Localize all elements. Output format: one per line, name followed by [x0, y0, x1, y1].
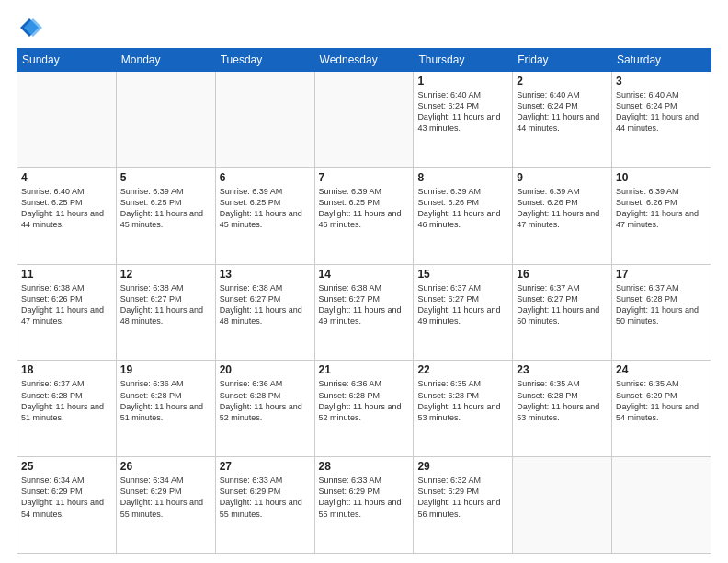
calendar-cell: 3Sunrise: 6:40 AM Sunset: 6:24 PM Daylig…	[612, 72, 711, 168]
day-number: 11	[21, 268, 112, 281]
week-row-4: 18Sunrise: 6:37 AM Sunset: 6:28 PM Dayli…	[17, 361, 711, 457]
day-info: Sunrise: 6:39 AM Sunset: 6:25 PM Dayligh…	[120, 186, 211, 231]
week-row-2: 4Sunrise: 6:40 AM Sunset: 6:25 PM Daylig…	[17, 167, 711, 264]
calendar-cell: 9Sunrise: 6:39 AM Sunset: 6:26 PM Daylig…	[513, 167, 612, 264]
calendar-cell	[116, 72, 215, 168]
calendar-cell	[215, 72, 314, 168]
calendar-cell: 11Sunrise: 6:38 AM Sunset: 6:26 PM Dayli…	[17, 264, 117, 361]
day-number: 23	[517, 363, 608, 376]
day-number: 3	[616, 75, 707, 87]
day-info: Sunrise: 6:40 AM Sunset: 6:24 PM Dayligh…	[417, 89, 508, 134]
calendar-cell: 29Sunrise: 6:32 AM Sunset: 6:29 PM Dayli…	[414, 457, 513, 554]
weekday-header-monday: Monday	[116, 49, 215, 72]
calendar-cell: 17Sunrise: 6:37 AM Sunset: 6:28 PM Dayli…	[612, 264, 711, 361]
calendar-cell	[612, 457, 711, 554]
calendar-cell: 4Sunrise: 6:40 AM Sunset: 6:25 PM Daylig…	[17, 167, 117, 264]
day-info: Sunrise: 6:34 AM Sunset: 6:29 PM Dayligh…	[21, 475, 112, 520]
calendar-cell: 5Sunrise: 6:39 AM Sunset: 6:25 PM Daylig…	[116, 167, 215, 264]
calendar-cell: 7Sunrise: 6:39 AM Sunset: 6:25 PM Daylig…	[314, 167, 414, 264]
weekday-header-saturday: Saturday	[612, 49, 711, 72]
day-info: Sunrise: 6:37 AM Sunset: 6:28 PM Dayligh…	[616, 282, 707, 327]
day-number: 2	[517, 75, 608, 87]
calendar-cell: 16Sunrise: 6:37 AM Sunset: 6:27 PM Dayli…	[513, 264, 612, 361]
calendar-cell	[513, 457, 612, 554]
weekday-header-thursday: Thursday	[414, 49, 513, 72]
day-number: 16	[517, 268, 608, 281]
day-info: Sunrise: 6:40 AM Sunset: 6:24 PM Dayligh…	[616, 89, 707, 134]
day-info: Sunrise: 6:36 AM Sunset: 6:28 PM Dayligh…	[120, 378, 211, 423]
day-info: Sunrise: 6:39 AM Sunset: 6:25 PM Dayligh…	[220, 186, 311, 231]
day-info: Sunrise: 6:39 AM Sunset: 6:25 PM Dayligh…	[319, 186, 410, 231]
calendar-cell: 20Sunrise: 6:36 AM Sunset: 6:28 PM Dayli…	[215, 361, 314, 457]
day-number: 1	[417, 75, 508, 87]
day-number: 9	[517, 171, 608, 184]
calendar-cell: 12Sunrise: 6:38 AM Sunset: 6:27 PM Dayli…	[116, 264, 215, 361]
calendar-table: SundayMondayTuesdayWednesdayThursdayFrid…	[17, 48, 711, 554]
week-row-1: 1Sunrise: 6:40 AM Sunset: 6:24 PM Daylig…	[17, 72, 711, 168]
calendar-cell: 8Sunrise: 6:39 AM Sunset: 6:26 PM Daylig…	[414, 167, 513, 264]
day-info: Sunrise: 6:40 AM Sunset: 6:25 PM Dayligh…	[21, 186, 112, 231]
day-info: Sunrise: 6:39 AM Sunset: 6:26 PM Dayligh…	[517, 186, 608, 231]
page: SundayMondayTuesdayWednesdayThursdayFrid…	[0, 0, 728, 563]
day-number: 8	[417, 171, 508, 184]
day-number: 7	[319, 171, 410, 184]
day-number: 10	[616, 171, 707, 184]
logo	[17, 15, 46, 40]
day-info: Sunrise: 6:35 AM Sunset: 6:29 PM Dayligh…	[616, 378, 707, 423]
calendar-cell: 10Sunrise: 6:39 AM Sunset: 6:26 PM Dayli…	[612, 167, 711, 264]
day-number: 17	[616, 268, 707, 281]
day-info: Sunrise: 6:38 AM Sunset: 6:27 PM Dayligh…	[220, 282, 311, 327]
day-info: Sunrise: 6:36 AM Sunset: 6:28 PM Dayligh…	[319, 378, 410, 423]
weekday-header-wednesday: Wednesday	[314, 49, 414, 72]
calendar-cell: 14Sunrise: 6:38 AM Sunset: 6:27 PM Dayli…	[314, 264, 414, 361]
day-number: 13	[220, 268, 311, 281]
day-number: 22	[417, 363, 508, 376]
day-info: Sunrise: 6:38 AM Sunset: 6:27 PM Dayligh…	[319, 282, 410, 327]
calendar-cell: 15Sunrise: 6:37 AM Sunset: 6:27 PM Dayli…	[414, 264, 513, 361]
day-number: 15	[417, 268, 508, 281]
day-number: 20	[220, 363, 311, 376]
day-number: 28	[319, 460, 410, 473]
day-info: Sunrise: 6:32 AM Sunset: 6:29 PM Dayligh…	[417, 475, 508, 520]
weekday-header-row: SundayMondayTuesdayWednesdayThursdayFrid…	[17, 49, 711, 72]
day-info: Sunrise: 6:37 AM Sunset: 6:27 PM Dayligh…	[417, 282, 508, 327]
day-number: 14	[319, 268, 410, 281]
calendar-cell: 24Sunrise: 6:35 AM Sunset: 6:29 PM Dayli…	[612, 361, 711, 457]
calendar-cell	[314, 72, 414, 168]
day-number: 21	[319, 363, 410, 376]
calendar-cell: 22Sunrise: 6:35 AM Sunset: 6:28 PM Dayli…	[414, 361, 513, 457]
header	[17, 15, 711, 40]
week-row-3: 11Sunrise: 6:38 AM Sunset: 6:26 PM Dayli…	[17, 264, 711, 361]
weekday-header-tuesday: Tuesday	[215, 49, 314, 72]
calendar-cell: 13Sunrise: 6:38 AM Sunset: 6:27 PM Dayli…	[215, 264, 314, 361]
calendar-cell: 23Sunrise: 6:35 AM Sunset: 6:28 PM Dayli…	[513, 361, 612, 457]
calendar-cell: 19Sunrise: 6:36 AM Sunset: 6:28 PM Dayli…	[116, 361, 215, 457]
day-info: Sunrise: 6:38 AM Sunset: 6:26 PM Dayligh…	[21, 282, 112, 327]
day-info: Sunrise: 6:34 AM Sunset: 6:29 PM Dayligh…	[120, 475, 211, 520]
day-info: Sunrise: 6:39 AM Sunset: 6:26 PM Dayligh…	[417, 186, 508, 231]
day-number: 4	[21, 171, 112, 184]
calendar-cell: 27Sunrise: 6:33 AM Sunset: 6:29 PM Dayli…	[215, 457, 314, 554]
weekday-header-friday: Friday	[513, 49, 612, 72]
day-number: 26	[120, 460, 211, 473]
day-number: 19	[120, 363, 211, 376]
calendar-cell: 28Sunrise: 6:33 AM Sunset: 6:29 PM Dayli…	[314, 457, 414, 554]
day-number: 5	[120, 171, 211, 184]
day-number: 6	[220, 171, 311, 184]
day-info: Sunrise: 6:35 AM Sunset: 6:28 PM Dayligh…	[517, 378, 608, 423]
day-info: Sunrise: 6:33 AM Sunset: 6:29 PM Dayligh…	[319, 475, 410, 520]
day-info: Sunrise: 6:37 AM Sunset: 6:28 PM Dayligh…	[21, 378, 112, 423]
day-number: 27	[220, 460, 311, 473]
day-number: 29	[417, 460, 508, 473]
calendar-cell: 1Sunrise: 6:40 AM Sunset: 6:24 PM Daylig…	[414, 72, 513, 168]
day-info: Sunrise: 6:37 AM Sunset: 6:27 PM Dayligh…	[517, 282, 608, 327]
logo-icon	[17, 15, 42, 40]
calendar-cell: 21Sunrise: 6:36 AM Sunset: 6:28 PM Dayli…	[314, 361, 414, 457]
day-info: Sunrise: 6:40 AM Sunset: 6:24 PM Dayligh…	[517, 89, 608, 134]
calendar-cell: 6Sunrise: 6:39 AM Sunset: 6:25 PM Daylig…	[215, 167, 314, 264]
calendar-cell: 2Sunrise: 6:40 AM Sunset: 6:24 PM Daylig…	[513, 72, 612, 168]
day-info: Sunrise: 6:38 AM Sunset: 6:27 PM Dayligh…	[120, 282, 211, 327]
weekday-header-sunday: Sunday	[17, 49, 117, 72]
day-info: Sunrise: 6:35 AM Sunset: 6:28 PM Dayligh…	[417, 378, 508, 423]
calendar-cell: 25Sunrise: 6:34 AM Sunset: 6:29 PM Dayli…	[17, 457, 117, 554]
